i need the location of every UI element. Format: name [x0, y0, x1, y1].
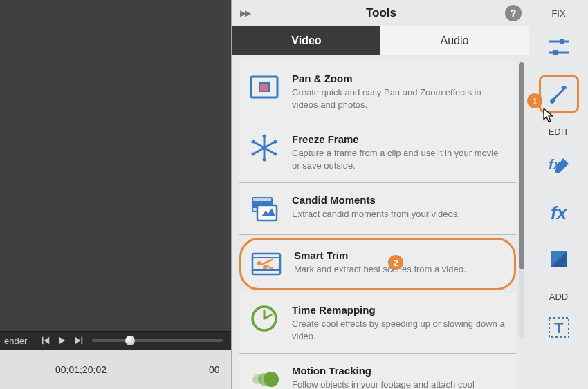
tool-smart-trim[interactable]: Smart Trim Mark and extract best scenes … — [239, 238, 516, 290]
scrubber-thumb[interactable] — [125, 336, 135, 345]
next-frame-icon[interactable] — [74, 336, 84, 345]
panel-header: ▶▶ Tools ? — [232, 0, 529, 26]
tool-desc: Capture a frame from a clip and use it i… — [292, 147, 508, 171]
tools-panel: ▶▶ Tools ? Video Audio Pan & Zoom Create… — [231, 0, 529, 389]
pan-zoom-icon — [248, 73, 281, 102]
svg-point-24 — [257, 261, 261, 265]
freeze-frame-icon — [248, 133, 281, 162]
cursor-icon — [543, 108, 555, 123]
svg-rect-6 — [259, 83, 269, 91]
playback-scrubber[interactable] — [92, 339, 223, 342]
add-section-label: ADD — [549, 292, 568, 302]
tab-video[interactable]: Video — [232, 26, 380, 55]
svg-point-13 — [274, 153, 277, 156]
tool-freeze-frame[interactable]: Freeze Frame Capture a frame from a clip… — [239, 122, 516, 183]
panel-title: Tools — [257, 6, 505, 20]
svg-rect-36 — [560, 39, 564, 44]
svg-rect-4 — [82, 337, 83, 345]
svg-rect-21 — [252, 254, 280, 274]
svg-rect-37 — [553, 50, 558, 55]
tool-title: Pan & Zoom — [292, 73, 508, 84]
svg-point-33 — [264, 372, 279, 387]
svg-rect-0 — [42, 337, 44, 345]
timecode-bar: 00;01;20;02 00 — [0, 350, 231, 389]
time-remapping-icon — [248, 304, 281, 333]
render-label: ender — [0, 336, 35, 346]
svg-marker-1 — [44, 337, 50, 345]
play-icon[interactable] — [57, 336, 67, 345]
effects-edit-button[interactable]: fx — [539, 146, 579, 184]
svg-point-12 — [252, 140, 255, 144]
color-button[interactable] — [539, 240, 579, 278]
callout-badge-1: 1 — [527, 93, 542, 108]
motion-tracking-icon — [248, 365, 281, 389]
svg-line-26 — [261, 259, 273, 265]
effects-button[interactable]: fx — [539, 193, 579, 231]
svg-point-15 — [274, 140, 277, 144]
tool-desc: Extract candid moments from your videos. — [292, 208, 508, 220]
tool-motion-tracking[interactable]: Motion Tracking Follow objects in your f… — [239, 354, 516, 389]
panel-scrollbar[interactable] — [519, 62, 524, 339]
prev-frame-icon[interactable] — [41, 336, 50, 345]
tool-candid-moments[interactable]: Candid Moments Extract candid moments fr… — [239, 183, 516, 235]
timecode-current: 00;01;20;02 — [0, 364, 107, 375]
fix-section-label: FIX — [551, 8, 565, 19]
svg-point-11 — [263, 158, 266, 162]
svg-text:T: T — [554, 319, 564, 336]
tool-title: Time Remapping — [292, 304, 508, 316]
tool-title: Motion Tracking — [292, 365, 508, 377]
scrollbar-thumb[interactable] — [519, 62, 524, 269]
tool-desc: Follow objects in your footage and attac… — [292, 379, 508, 389]
svg-marker-45 — [544, 108, 553, 122]
tool-pan-zoom[interactable]: Pan & Zoom Create quick and easy Pan and… — [239, 61, 516, 122]
candid-moments-icon — [248, 194, 281, 223]
tool-title: Freeze Frame — [292, 133, 508, 145]
svg-text:fx: fx — [551, 202, 568, 223]
svg-line-27 — [266, 266, 273, 269]
tools-list: Pan & Zoom Create quick and easy Pan and… — [232, 55, 529, 389]
svg-point-10 — [263, 135, 266, 138]
tool-time-remapping[interactable]: Time Remapping Create cool effects by sp… — [239, 293, 516, 354]
adjust-sliders-button[interactable] — [539, 28, 579, 66]
preview-area: ender 00;01;20;02 00 — [0, 0, 231, 389]
smart-trim-icon — [250, 249, 283, 278]
playback-bar: ender — [0, 331, 231, 350]
playback-controls — [35, 336, 84, 345]
panel-tabs: Video Audio — [232, 26, 529, 55]
tools-button[interactable] — [539, 75, 579, 113]
tool-title: Candid Moments — [292, 194, 508, 206]
svg-rect-17 — [253, 198, 271, 201]
tool-desc: Create cool effects by speeding up or sl… — [292, 318, 508, 342]
edit-section-label: EDIT — [549, 126, 569, 137]
add-text-button[interactable]: T — [539, 309, 579, 346]
tool-desc: Create quick and easy Pan and Zoom effec… — [292, 86, 508, 111]
timecode-partial: 00 — [107, 364, 220, 375]
tab-audio[interactable]: Audio — [380, 26, 529, 55]
help-button[interactable]: ? — [505, 5, 522, 21]
right-sidebar: FIX EDIT fx fx ADD T — [529, 0, 588, 389]
svg-point-14 — [252, 153, 255, 156]
svg-marker-2 — [59, 337, 66, 345]
collapse-panel-button[interactable]: ▶▶ — [232, 8, 257, 18]
svg-marker-3 — [75, 337, 81, 345]
